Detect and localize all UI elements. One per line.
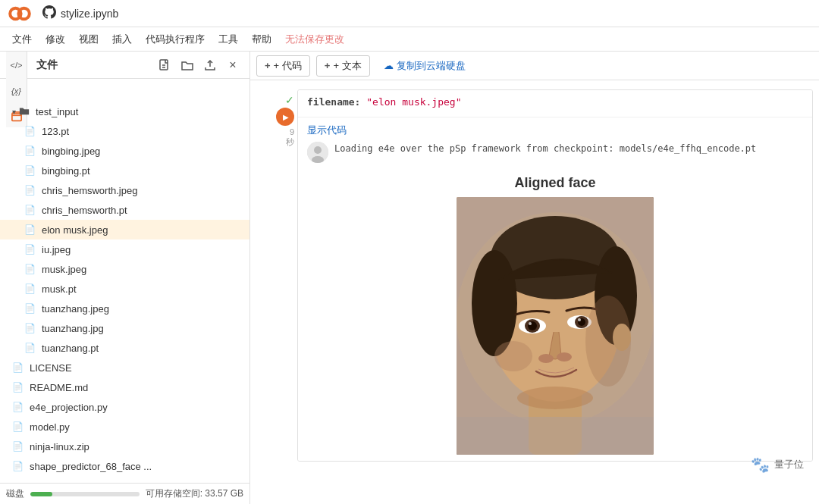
file-icon: 📄 xyxy=(12,461,24,471)
main-layout: </> {x} 文件 × xyxy=(0,52,819,504)
filename-label: README.md xyxy=(30,382,88,393)
filename-label: bingbing.pt xyxy=(42,165,90,177)
file-shape-predictor[interactable]: 📄 shape_predictor_68_face ... xyxy=(0,456,249,476)
file-model[interactable]: 📄 model.py xyxy=(0,417,249,437)
folder-arrow: ▾ xyxy=(12,108,16,116)
notebook-filename: stylize.ipynb xyxy=(61,8,118,20)
log-text: Loading e4e over the pSp framework from … xyxy=(334,140,756,154)
filename-label: chris_hemsworth.jpeg xyxy=(42,185,137,196)
filename-label: tuanzhang.pt xyxy=(42,343,99,354)
left-icon-code[interactable]: </> xyxy=(8,56,26,74)
add-text-btn[interactable]: + + 文本 xyxy=(316,55,370,77)
menu-save-warning: 无法保存更改 xyxy=(279,30,350,49)
cell-time-label: 9秒 xyxy=(286,127,294,148)
file-tuanzhang-jpeg[interactable]: 📄 tuanzhang.jpeg xyxy=(0,299,249,318)
filename-label: bingbing.jpeg xyxy=(42,146,100,157)
file-icon: 📄 xyxy=(12,402,24,412)
file-icon: 📄 xyxy=(24,185,36,196)
file-icon: 📄 xyxy=(24,146,36,156)
menu-tools[interactable]: 工具 xyxy=(212,30,244,49)
topbar: stylize.ipynb xyxy=(0,0,819,27)
parent-dir-item[interactable]: .. xyxy=(0,82,249,102)
notebook-area: + + 代码 + + 文本 ☁ 复制到云端硬盘 ✓ 9秒 xyxy=(250,52,819,504)
copy-to-cloud-btn[interactable]: ☁ 复制到云端硬盘 xyxy=(376,56,473,76)
file-ninja-zip[interactable]: 📄 ninja-linux.zip xyxy=(0,437,249,456)
file-bingbing-jpeg[interactable]: 📄 bingbing.jpeg xyxy=(0,141,249,161)
sidebar: </> {x} 文件 × xyxy=(0,52,250,504)
cloud-icon: ☁ xyxy=(384,60,394,71)
file-license[interactable]: 📄 LICENSE xyxy=(0,358,249,377)
sidebar-toolbar-icons: × xyxy=(154,55,243,76)
disk-bar-container xyxy=(30,492,140,496)
svg-point-12 xyxy=(314,146,322,154)
filename-label: 123.pt xyxy=(42,126,69,137)
menu-edit[interactable]: 修改 xyxy=(39,30,71,49)
svg-point-35 xyxy=(517,387,593,409)
file-tuanzhang-jpg[interactable]: 📄 tuanzhang.jpg xyxy=(0,318,249,338)
new-file-btn[interactable] xyxy=(154,55,175,76)
file-icon: 📄 xyxy=(12,421,24,432)
upload-btn[interactable] xyxy=(199,55,221,76)
cell-gutter: ✓ 9秒 xyxy=(256,89,294,148)
filename-label: tuanzhang.jpg xyxy=(42,323,104,334)
folder-test-input-label: test_input xyxy=(36,106,78,117)
file-icon: 📄 xyxy=(12,441,24,452)
code-keyword: filename: xyxy=(307,96,360,108)
sidebar-footer: 磁盘 可用存储空间: 33.57 GB xyxy=(0,483,249,504)
file-icon: 📄 xyxy=(24,205,36,215)
file-icon: 📄 xyxy=(12,362,24,373)
file-readme[interactable]: 📄 README.md xyxy=(0,377,249,397)
file-icon: 📄 xyxy=(24,323,36,333)
output-title: Aligned face xyxy=(307,175,803,191)
close-sidebar-btn[interactable]: × xyxy=(222,55,243,76)
filename-label: e4e_projection.py xyxy=(30,402,108,413)
file-musk-jpeg[interactable]: 📄 musk.jpeg xyxy=(0,259,249,279)
svg-point-31 xyxy=(494,341,532,371)
watermark-icon: 🐾 xyxy=(751,455,770,474)
new-folder-btn[interactable] xyxy=(177,55,198,76)
add-code-btn[interactable]: + + 代码 xyxy=(256,55,310,77)
cell-input[interactable]: filename: "elon musk.jpeg" xyxy=(298,90,812,117)
watermark-text: 量子位 xyxy=(774,458,804,471)
file-bingbing-pt[interactable]: 📄 bingbing.pt xyxy=(0,161,249,180)
show-code-link[interactable]: 显示代码 xyxy=(307,124,347,136)
menu-file[interactable]: 文件 xyxy=(6,30,38,49)
code-string: "elon musk.jpeg" xyxy=(366,96,461,108)
svg-point-19 xyxy=(472,250,517,356)
github-icon xyxy=(42,5,56,22)
notebook-toolbar: + + 代码 + + 文本 ☁ 复制到云端硬盘 xyxy=(250,52,819,80)
notebook-content: ✓ 9秒 filename: "elon musk.jpeg" 显示代码 xyxy=(250,80,819,504)
filename-label: elon musk.jpeg xyxy=(42,224,108,236)
filename-label: ninja-linux.zip xyxy=(30,441,89,452)
filename-label: chris_hemsworth.pt xyxy=(42,205,127,216)
menu-view[interactable]: 视图 xyxy=(73,30,105,49)
menu-insert[interactable]: 插入 xyxy=(106,30,138,49)
file-chris-pt[interactable]: 📄 chris_hemsworth.pt xyxy=(0,200,249,220)
filename-label: LICENSE xyxy=(30,362,72,374)
plus-icon: + xyxy=(265,60,271,71)
svg-point-29 xyxy=(538,354,554,363)
file-musk-pt[interactable]: 📄 musk.pt xyxy=(0,279,249,299)
file-iu-jpeg[interactable]: 📄 iu.jpeg xyxy=(0,239,249,259)
folder-test-input[interactable]: ▾ test_input xyxy=(0,102,249,121)
svg-point-30 xyxy=(557,352,572,362)
filename-label: tuanzhang.jpeg xyxy=(42,303,109,315)
file-icon: 📄 xyxy=(24,303,36,314)
filename-label: iu.jpeg xyxy=(42,244,71,255)
cell-check-icon: ✓ xyxy=(285,94,294,106)
menu-help[interactable]: 帮助 xyxy=(246,30,278,49)
menu-runtime[interactable]: 代码执行程序 xyxy=(140,30,211,49)
cell-body: filename: "elon musk.jpeg" 显示代码 xyxy=(297,89,813,462)
cell-run-button[interactable] xyxy=(276,108,294,126)
output-log-line: Loading e4e over the pSp framework from … xyxy=(307,137,803,166)
file-icon: 📄 xyxy=(24,244,36,255)
add-text-label: + 文本 xyxy=(333,59,361,73)
file-chris-jpeg[interactable]: 📄 chris_hemsworth.jpeg xyxy=(0,180,249,200)
file-icon: 📄 xyxy=(24,126,36,136)
file-123pt[interactable]: 📄 123.pt xyxy=(0,121,249,141)
file-tuanzhang-pt[interactable]: 📄 tuanzhang.pt xyxy=(0,338,249,358)
file-elon-jpeg[interactable]: 📄 elon musk.jpeg xyxy=(0,220,249,239)
svg-point-24 xyxy=(529,322,532,325)
svg-point-33 xyxy=(585,296,631,387)
file-e4e-projection[interactable]: 📄 e4e_projection.py xyxy=(0,397,249,417)
